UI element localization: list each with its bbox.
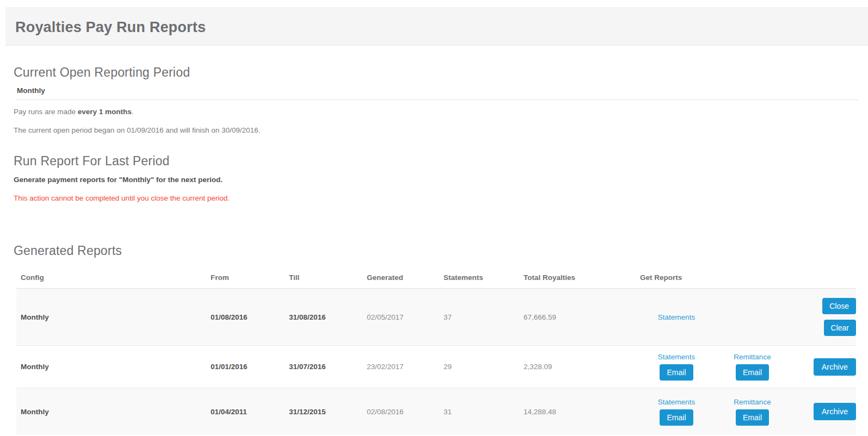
cell-actions: Archive [792,358,856,376]
statements-link[interactable]: Statements [658,313,695,321]
cell-total-royalties: 2,328.09 [524,363,640,371]
cell-generated: 02/05/2017 [367,313,444,321]
cell-config: Monthly [16,363,211,371]
archive-button[interactable]: Archive [814,403,856,420]
generated-reports-table: Config From Till Generated Statements To… [16,266,856,435]
cell-generated: 02/08/2016 [367,408,444,416]
column-header-generated: Generated [367,273,444,282]
cell-total-royalties: 14,288.48 [524,408,640,416]
archive-button[interactable]: Archive [814,358,856,376]
table-row: Monthly 01/01/2016 31/07/2016 23/02/2017… [16,346,856,388]
page-container: Royalties Pay Run Reports Current Open R… [5,7,868,436]
cell-from: 01/04/2011 [211,408,289,416]
cell-get-reports-remittance: Remittance Email [713,353,792,381]
page-header-bar: Royalties Pay Run Reports [5,7,868,46]
cell-get-reports-statements: Statements Email [640,398,713,426]
cell-get-reports-remittance: Remittance Email [713,398,792,426]
frequency-prefix: Pay runs are made [14,108,78,116]
email-statements-button[interactable]: Email [660,409,693,426]
frequency-suffix: . [132,108,134,116]
table-header-row: Config From Till Generated Statements To… [16,266,856,289]
cell-get-reports-statements: Statements [640,313,713,321]
cell-statements-count: 37 [444,313,524,321]
cell-from: 01/08/2016 [211,313,289,321]
pay-run-frequency-text: Pay runs are made every 1 months. [14,108,859,116]
cell-till: 31/07/2016 [289,363,367,371]
table-row: Monthly 01/08/2016 31/08/2016 02/05/2017… [16,289,856,346]
current-config-name: Monthly [17,86,859,100]
close-button[interactable]: Close [822,298,856,314]
cell-till: 31/08/2016 [289,313,367,321]
cell-total-royalties: 67,666.59 [524,313,640,321]
current-period-heading: Current Open Reporting Period [14,65,859,80]
page-title: Royalties Pay Run Reports [15,19,857,36]
email-remittance-button[interactable]: Email [736,409,769,426]
cell-get-reports-statements: Statements Email [640,353,713,381]
column-header-from: From [211,273,289,282]
cell-till: 31/12/2015 [289,408,367,416]
run-report-warning: This action cannot be completed until yo… [14,194,859,202]
column-header-statements: Statements [444,273,524,282]
cell-from: 01/01/2016 [211,363,289,371]
column-header-config: Config [16,273,211,282]
cell-generated: 23/02/2017 [367,363,444,371]
column-header-total-royalties: Total Royalties [524,273,640,282]
email-remittance-button[interactable]: Email [736,364,769,381]
run-report-description: Generate payment reports for "Monthly" f… [14,176,859,184]
table-row: Monthly 01/04/2011 31/12/2015 02/08/2016… [16,388,856,435]
open-period-dates-text: The current open period began on 01/09/2… [14,126,859,134]
column-header-get-reports: Get Reports [640,273,856,282]
cell-actions: Close Clear [792,298,856,336]
cell-statements-count: 31 [444,408,524,416]
cell-config: Monthly [16,408,211,416]
page-content: Current Open Reporting Period Monthly Pa… [5,65,868,436]
remittance-link[interactable]: Remittance [734,398,771,406]
remittance-link[interactable]: Remittance [734,353,771,361]
statements-link[interactable]: Statements [658,398,695,406]
frequency-value: every 1 months [78,108,132,116]
statements-link[interactable]: Statements [658,353,695,361]
clear-button[interactable]: Clear [824,320,856,336]
email-statements-button[interactable]: Email [660,364,693,381]
run-report-heading: Run Report For Last Period [14,154,859,169]
cell-config: Monthly [16,313,211,321]
cell-statements-count: 29 [444,363,524,371]
cell-actions: Archive [792,403,856,420]
generated-reports-heading: Generated Reports [14,244,859,258]
column-header-till: Till [289,273,367,282]
